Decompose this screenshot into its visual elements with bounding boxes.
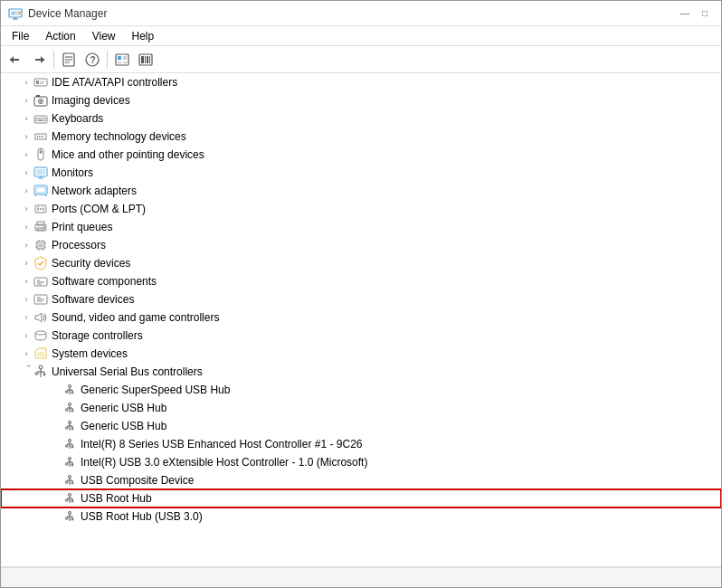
label-security: Security devices (52, 257, 130, 270)
help-button[interactable]: ? (81, 49, 103, 71)
label-printq: Print queues (52, 221, 112, 233)
menu-view[interactable]: View (85, 28, 123, 44)
svg-point-114 (69, 440, 71, 442)
label-memory: Memory technology devices (52, 130, 186, 143)
expand-icon-processors[interactable]: › (19, 238, 33, 252)
svg-rect-18 (123, 56, 127, 60)
expand-icon-imaging[interactable]: › (19, 93, 33, 108)
svg-rect-99 (66, 391, 69, 393)
tree-item-usb-intel8[interactable]: Intel(R) 8 Series USB Enhanced Host Cont… (1, 435, 721, 453)
expand-icon-printq[interactable]: › (19, 220, 33, 234)
tree-item-sound[interactable]: › Sound, video and game controllers (1, 308, 721, 327)
expand-icon-sysdev[interactable]: › (19, 346, 33, 361)
device-tree[interactable]: › IDE ATA/ATAPI controllers › Imaging de… (1, 73, 721, 567)
expand-icon-monitors[interactable]: › (19, 166, 33, 180)
forward-button[interactable] (28, 49, 50, 71)
svg-rect-135 (66, 499, 69, 501)
expand-icon-storage[interactable]: › (19, 328, 33, 343)
svg-point-64 (43, 210, 43, 211)
icon-printq (33, 220, 48, 234)
tree-item-sysdev[interactable]: › System devices (1, 345, 721, 363)
svg-rect-89 (37, 352, 44, 356)
menu-help[interactable]: Help (125, 28, 162, 44)
svg-rect-123 (66, 463, 69, 465)
label-usb-intel3: Intel(R) USB 3.0 eXtensible Host Control… (81, 456, 367, 469)
svg-text:⚙: ⚙ (12, 11, 15, 15)
expand-icon-ide[interactable]: › (19, 75, 33, 90)
tree-item-security[interactable]: › Security devices (1, 254, 721, 272)
minimize-button[interactable]: — (676, 6, 694, 21)
expand-icon-ports[interactable]: › (19, 202, 33, 216)
svg-rect-37 (42, 118, 43, 119)
svg-point-126 (69, 476, 71, 479)
expand-icon-security[interactable]: › (19, 256, 33, 270)
label-storage: Storage controllers (52, 329, 143, 342)
label-softdev: Software devices (52, 293, 134, 306)
svg-rect-39 (36, 120, 38, 122)
svg-rect-27 (36, 81, 39, 84)
tree-item-softdev[interactable]: › Software devices (1, 290, 721, 308)
icon-usb-generic2 (62, 419, 77, 433)
svg-rect-25 (149, 56, 150, 63)
label-network: Network adapters (52, 185, 137, 197)
expand-icon-softdev[interactable]: › (19, 292, 33, 307)
tree-item-ide[interactable]: › IDE ATA/ATAPI controllers (1, 73, 721, 91)
expand-icon-softcomp[interactable]: › (19, 274, 33, 289)
svg-point-4 (19, 11, 22, 14)
tree-item-usb-generic2[interactable]: Generic USB Hub (1, 417, 721, 435)
icon-storage (33, 328, 48, 343)
tree-item-memory[interactable]: › Memory technology devices (1, 128, 721, 146)
svg-rect-54 (36, 187, 45, 193)
menu-action[interactable]: Action (38, 28, 82, 44)
expand-icon-usb-intel3 (48, 455, 62, 469)
tree-item-mice[interactable]: › Mice and other pointing devices (1, 146, 721, 164)
maximize-button[interactable]: □ (696, 6, 714, 21)
svg-point-60 (43, 208, 44, 210)
label-imaging: Imaging devices (52, 94, 130, 107)
icon-imaging (33, 93, 48, 108)
icon-ports (33, 202, 48, 216)
scan-button[interactable] (135, 49, 157, 71)
svg-point-88 (35, 331, 46, 335)
label-usb-root: USB Root Hub (81, 492, 152, 505)
tree-item-softcomp[interactable]: › Software components (1, 272, 721, 290)
tree-item-network[interactable]: › Network adapters (1, 182, 721, 200)
label-mice: Mice and other pointing devices (52, 148, 204, 161)
svg-rect-22 (141, 56, 144, 63)
tree-item-usb-generic1[interactable]: Generic USB Hub (1, 399, 721, 417)
tree-item-imaging[interactable]: › Imaging devices (1, 91, 721, 109)
tree-item-ports[interactable]: › Ports (COM & LPT) (1, 200, 721, 218)
menu-file[interactable]: File (5, 28, 36, 44)
tree-item-storage[interactable]: › Storage controllers (1, 327, 721, 345)
expand-icon-usb[interactable]: › (19, 365, 33, 379)
svg-rect-16 (116, 54, 128, 65)
label-usb: Universal Serial Bus controllers (52, 365, 203, 378)
tree-item-usb-composite[interactable]: USB Composite Device (1, 471, 721, 489)
icon-sysdev (33, 346, 48, 361)
icon-usb-composite (62, 473, 77, 488)
svg-rect-34 (34, 116, 47, 123)
expand-icon-network[interactable]: › (19, 184, 33, 198)
show-hidden-button[interactable] (111, 49, 133, 71)
svg-text:?: ? (90, 55, 96, 65)
toolbar: ? (1, 46, 721, 73)
tree-item-keyboards[interactable]: › Keyboards (1, 109, 721, 128)
back-button[interactable] (5, 49, 26, 71)
tree-item-usb-root[interactable]: USB Root Hub (1, 489, 721, 507)
expand-icon-sound[interactable]: › (19, 310, 33, 325)
tree-item-usb-intel3[interactable]: Intel(R) USB 3.0 eXtensible Host Control… (1, 453, 721, 471)
tree-item-usb[interactable]: › Universal Serial Bus controllers (1, 363, 721, 381)
svg-point-125 (71, 464, 73, 466)
expand-icon-keyboards[interactable]: › (19, 111, 33, 126)
svg-point-62 (43, 206, 43, 207)
label-usb-generic2: Generic USB Hub (81, 420, 166, 432)
label-usb-generic1: Generic USB Hub (81, 402, 166, 414)
properties-button[interactable] (58, 49, 80, 71)
tree-item-printq[interactable]: › Print queues (1, 218, 721, 236)
expand-icon-memory[interactable]: › (19, 129, 33, 144)
tree-item-usb-generic-ss[interactable]: Generic SuperSpeed USB Hub (1, 381, 721, 399)
tree-item-processors[interactable]: › Processors (1, 236, 721, 254)
expand-icon-mice[interactable]: › (19, 147, 33, 162)
tree-item-monitors[interactable]: › Monitors (1, 164, 721, 182)
tree-item-usb-root3[interactable]: USB Root Hub (USB 3.0) (1, 507, 721, 526)
